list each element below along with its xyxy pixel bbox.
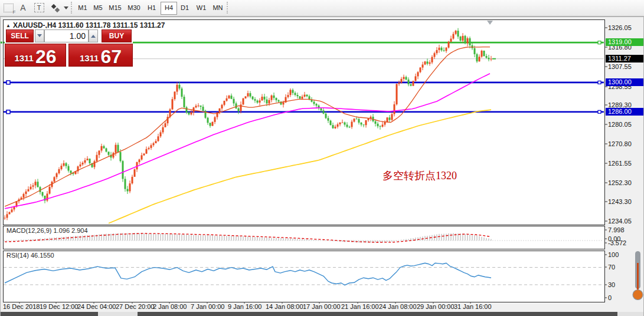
price-badge-1311.27: 1311.27	[606, 55, 644, 62]
sell-price-pips: 26	[35, 49, 57, 64]
caret-up-icon	[91, 32, 96, 38]
timeframe-M30[interactable]: M30	[125, 2, 143, 14]
price-axis-label: 1307.55	[608, 63, 632, 70]
price-axis-label: 1261.55	[608, 160, 632, 167]
macd-panel[interactable]	[3, 226, 605, 249]
grid-settings-icon[interactable]: F	[2, 2, 15, 14]
timeframe-M5[interactable]: M5	[91, 2, 105, 14]
rsi-panel[interactable]	[3, 251, 605, 302]
date-axis-label: 19 Dec 12:00	[40, 303, 78, 310]
price-badge-1319.00: 1319.00	[606, 38, 644, 46]
price-axis-label: 1243.30	[608, 198, 632, 205]
rsi-indicator-label: RSI(14) 46.1550	[6, 252, 54, 259]
sell-price-button[interactable]: 1311 26	[5, 44, 66, 67]
price-badge-1286.00: 1286.00	[606, 108, 644, 116]
thermometer-bulb	[633, 290, 643, 300]
timeframe-H4[interactable]: H4	[161, 2, 177, 15]
rsi-axis-label: 100	[608, 251, 619, 258]
date-axis-label: 16 Dec 2018	[3, 303, 40, 310]
timeframe-M1[interactable]: M1	[76, 2, 90, 14]
date-axis-label: 2 Jan 08:00	[153, 303, 187, 310]
caret-down-icon	[37, 34, 42, 40]
rsi-axis-label: 30	[608, 281, 615, 288]
volume-input[interactable]	[44, 29, 89, 42]
buy-price-pips: 67	[100, 49, 122, 64]
price-axis-label: 1280.05	[608, 121, 632, 128]
timeframe-H1[interactable]: H1	[144, 2, 159, 14]
thermometer-widget[interactable]	[630, 250, 644, 304]
timeframe-W1[interactable]: W1	[194, 2, 209, 14]
window-left-edge	[0, 17, 1, 316]
collapse-arrow-icon[interactable]: ▲	[6, 23, 11, 28]
date-axis-label: 24 Dec 04:00	[77, 303, 116, 310]
text-tool-icon[interactable]: A	[17, 2, 30, 14]
sell-price-main: 1311	[14, 54, 34, 62]
date-axis-label: 31 Jan 16:00	[454, 303, 492, 310]
arrows-tool-icon[interactable]	[50, 2, 61, 14]
price-axis-label: 1326.05	[608, 24, 632, 31]
volume-increase-button[interactable]	[89, 29, 98, 42]
buy-button[interactable]: BUY	[102, 29, 132, 42]
price-axis-label: 1252.30	[608, 179, 632, 186]
date-axis-label: 24 Jan 08:00	[379, 303, 417, 310]
timeframe-M15[interactable]: M15	[106, 2, 124, 14]
one-click-trade-panel: SELL BUY 1311 26 1311 67	[5, 28, 133, 67]
date-axis-label: 14 Jan 08:00	[266, 303, 303, 310]
date-axis-label: 7 Jan 00:00	[191, 303, 225, 310]
bottom-status-strip	[0, 312, 644, 316]
status-strip-segment	[0, 312, 98, 316]
buy-price-main: 1311	[80, 54, 99, 62]
toolbar-separator	[71, 2, 72, 14]
chart-shift-marker[interactable]	[487, 21, 493, 28]
toolbar-separator	[227, 2, 228, 14]
price-badge-1300.00: 1300.00	[606, 78, 644, 86]
buy-price-button[interactable]: 1311 67	[68, 44, 133, 67]
price-axis-label: 1234.05	[608, 218, 632, 225]
volume-decrease-button[interactable]	[35, 29, 44, 42]
macd-axis-label: 7.998	[608, 226, 625, 233]
sell-button[interactable]: SELL	[6, 29, 34, 42]
price-axis-label: 1270.80	[608, 140, 632, 147]
date-axis-label: 21 Jan 16:00	[341, 303, 379, 310]
chart-annotation-text: 多空转折点1320	[383, 169, 457, 183]
timeframe-MN[interactable]: MN	[210, 2, 225, 14]
date-axis-label: 27 Dec 20:00	[116, 303, 154, 310]
date-axis-label: 17 Jan 00:00	[303, 303, 341, 310]
date-axis-label: 29 Jan 00:00	[417, 303, 455, 310]
timeframe-D1[interactable]: D1	[177, 2, 192, 14]
rsi-axis-label: 70	[608, 264, 615, 271]
arrows-dropdown-caret[interactable]	[63, 2, 70, 14]
macd-indicator-label: MACD(12,26,9) 1.096 2.904	[6, 227, 88, 234]
text-label-tool-icon[interactable]: T	[32, 2, 46, 14]
toolbar: F A T M1M5M15M30H1H4D1W1MN	[0, 0, 644, 17]
rsi-axis-label: 0	[608, 294, 612, 301]
date-axis-label: 9 Jan 16:00	[228, 303, 262, 310]
macd-axis-label: -3.572	[608, 239, 626, 246]
status-strip-segment	[138, 312, 617, 316]
thermometer-mercury	[637, 263, 639, 291]
